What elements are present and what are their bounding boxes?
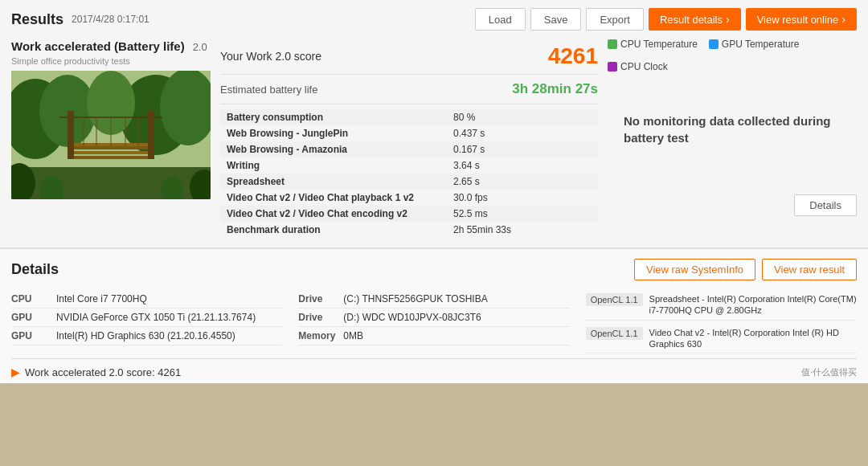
score-label: Your Work 2.0 score — [220, 50, 321, 63]
cpu-val: Intel Core i7 7700HQ — [56, 293, 147, 305]
drive1-val: (C:) THNSF5256GPUK TOSHIBA — [343, 293, 487, 305]
svg-rect-18 — [71, 156, 151, 159]
table-row: Writing3.64 s — [220, 157, 598, 174]
metric-val: 2.65 s — [447, 174, 598, 190]
metric-val: 0.167 s — [447, 141, 598, 157]
metric-val: 52.5 ms — [447, 206, 598, 222]
details-title: Details — [11, 261, 59, 278]
gpu2-key: GPU — [11, 330, 50, 341]
bottom-section: Details View raw SystemInfo View raw res… — [0, 247, 868, 383]
cpu-key: CPU — [11, 293, 50, 305]
legend-item: CPU Temperature — [608, 39, 698, 50]
metric-key: Benchmark duration — [220, 222, 447, 238]
table-row: Web Browsing - Amazonia0.167 s — [220, 141, 598, 157]
middle-panel: Your Work 2.0 score 4261 Estimated batte… — [220, 39, 598, 238]
opencl1-desc: Spreadsheet - Intel(R) Corporation Intel… — [649, 293, 857, 317]
svg-rect-19 — [68, 111, 74, 159]
metric-key: Battery consumption — [220, 109, 447, 125]
load-button[interactable]: Load — [475, 8, 526, 31]
export-button[interactable]: Export — [586, 8, 644, 31]
chevron-right-icon: ▶ — [11, 366, 20, 378]
opencl2-desc: Video Chat v2 - Intel(R) Corporation Int… — [649, 327, 857, 350]
memory-key: Memory — [298, 330, 337, 341]
metric-key: Spreadsheet — [220, 174, 447, 190]
score-row: Your Work 2.0 score 4261 — [220, 39, 598, 75]
battery-row: Estimated battery life 3h 28min 27s — [220, 78, 598, 104]
header-buttons: Load Save Export Result details › View r… — [475, 8, 857, 31]
details-buttons: View raw SystemInfo View raw result — [634, 259, 857, 280]
svg-rect-17 — [71, 151, 151, 154]
table-row: Battery consumption80 % — [220, 109, 598, 125]
battery-value: 3h 28min 27s — [512, 81, 598, 97]
metric-val: 80 % — [447, 109, 598, 125]
table-row: Web Browsing - JunglePin0.437 s — [220, 125, 598, 141]
svg-rect-16 — [71, 146, 151, 149]
battery-label: Estimated battery life — [220, 84, 317, 96]
footer-text: Work accelerated 2.0 score: 4261 — [25, 366, 181, 378]
drive1-row: Drive (C:) THNSF5256GPUK TOSHIBA — [298, 290, 569, 309]
metric-val: 0.437 s — [447, 125, 598, 141]
metric-val: 2h 55min 33s — [447, 222, 598, 238]
metrics-table: Battery consumption80 %Web Browsing - Ju… — [220, 109, 598, 238]
details-btn-area: Details — [608, 194, 857, 216]
metric-key: Video Chat v2 / Video Chat encoding v2 — [220, 206, 447, 222]
gpu2-row: GPU Intel(R) HD Graphics 630 (21.20.16.4… — [11, 327, 282, 345]
drive2-key: Drive — [298, 312, 337, 323]
results-title: Results — [11, 11, 63, 28]
metric-val: 3.64 s — [447, 157, 598, 174]
details-grid: CPU Intel Core i7 7700HQ GPU NVIDIA GeFo… — [11, 290, 857, 354]
test-name: Work accelerated (Battery life) — [11, 39, 185, 55]
metric-key: Web Browsing - JunglePin — [220, 125, 447, 141]
opencl-col: OpenCL 1.1 Spreadsheet - Intel(R) Corpor… — [586, 290, 857, 354]
view-raw-result-button[interactable]: View raw result — [762, 259, 857, 280]
legend-color-dot — [709, 39, 719, 49]
result-details-button[interactable]: Result details › — [649, 8, 741, 31]
metric-key: Writing — [220, 157, 447, 174]
memory-row: Memory 0MB — [298, 327, 569, 345]
opencl2-badge: OpenCL 1.1 — [586, 327, 643, 340]
legend-item: CPU Clock — [608, 61, 668, 72]
gpu1-row: GPU NVIDIA GeForce GTX 1050 Ti (21.21.13… — [11, 309, 282, 327]
header-bar: Results 2017/4/28 0:17:01 Load Save Expo… — [11, 8, 857, 31]
chevron-right-icon: › — [841, 13, 845, 26]
details-button[interactable]: Details — [794, 194, 857, 216]
legend-color-dot — [608, 62, 617, 72]
watermark: 值·什么值得买 — [801, 366, 857, 378]
drive2-row: Drive (D:) WDC WD10JPVX-08JC3T6 — [298, 309, 569, 327]
hardware-col: CPU Intel Core i7 7700HQ GPU NVIDIA GeFo… — [11, 290, 282, 354]
opencl2-row: OpenCL 1.1 Video Chat v2 - Intel(R) Corp… — [586, 324, 857, 354]
legend-label: GPU Temperature — [722, 39, 800, 50]
test-subtitle: Simple office productivity tests — [11, 56, 211, 66]
gpu1-key: GPU — [11, 312, 50, 323]
test-version: 2.0 — [193, 41, 207, 53]
storage-col: Drive (C:) THNSF5256GPUK TOSHIBA Drive (… — [298, 290, 569, 354]
legend-item: GPU Temperature — [709, 39, 800, 50]
view-result-online-button[interactable]: View result online › — [746, 8, 857, 31]
legend-row: CPU TemperatureGPU TemperatureCPU Clock — [608, 39, 857, 72]
metric-val: 30.0 fps — [447, 190, 598, 206]
table-row: Video Chat v2 / Video Chat playback 1 v2… — [220, 190, 598, 206]
gpu2-val: Intel(R) HD Graphics 630 (21.20.16.4550) — [56, 330, 235, 341]
svg-rect-20 — [148, 111, 154, 159]
opencl1-badge: OpenCL 1.1 — [586, 293, 643, 306]
save-button[interactable]: Save — [530, 8, 582, 31]
drive2-val: (D:) WDC WD10JPVX-08JC3T6 — [343, 312, 481, 323]
test-image — [11, 71, 211, 199]
score-value: 4261 — [548, 43, 598, 69]
memory-val: 0MB — [343, 330, 363, 341]
legend-label: CPU Clock — [620, 61, 668, 72]
opencl1-row: OpenCL 1.1 Spreadsheet - Intel(R) Corpor… — [586, 290, 857, 321]
metric-key: Web Browsing - Amazonia — [220, 141, 447, 157]
table-row: Spreadsheet2.65 s — [220, 174, 598, 190]
no-data-text: No monitoring data collected during batt… — [624, 114, 831, 145]
gpu1-val: NVIDIA GeForce GTX 1050 Ti (21.21.13.767… — [56, 312, 256, 323]
main-content: Work accelerated (Battery life) 2.0 Simp… — [11, 39, 857, 238]
table-row: Benchmark duration2h 55min 33s — [220, 222, 598, 238]
left-panel: Work accelerated (Battery life) 2.0 Simp… — [11, 39, 211, 238]
no-data-box: No monitoring data collected during batt… — [608, 96, 857, 162]
cpu-row: CPU Intel Core i7 7700HQ — [11, 290, 282, 309]
bottom-footer: ▶ Work accelerated 2.0 score: 4261 值·什么值… — [11, 358, 857, 383]
right-panel: CPU TemperatureGPU TemperatureCPU Clock … — [608, 39, 857, 238]
legend-color-dot — [608, 39, 617, 49]
view-raw-systeminfo-button[interactable]: View raw SystemInfo — [634, 259, 755, 280]
